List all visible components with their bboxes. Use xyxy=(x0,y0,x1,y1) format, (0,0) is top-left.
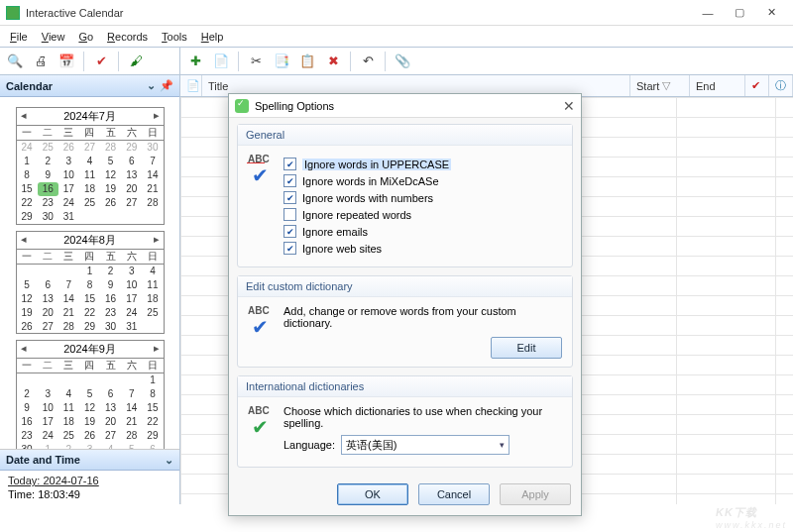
day-cell[interactable]: 24 xyxy=(58,196,79,210)
col-flag[interactable]: 📄 xyxy=(180,75,202,96)
pin-icon[interactable]: 📌 xyxy=(160,79,173,92)
dialog-close-button[interactable]: ✕ xyxy=(563,98,575,114)
new-icon[interactable]: ✚ xyxy=(184,51,206,72)
day-cell[interactable]: 19 xyxy=(100,182,121,196)
day-cell[interactable]: 25 xyxy=(79,196,100,210)
day-cell[interactable]: 4 xyxy=(79,155,100,168)
day-cell[interactable]: 18 xyxy=(58,415,79,429)
day-cell[interactable]: 2 xyxy=(100,264,121,277)
day-cell[interactable]: 24 xyxy=(17,141,38,155)
language-select[interactable]: 英语(美国) ▾ xyxy=(341,435,510,455)
day-cell[interactable]: 21 xyxy=(121,415,142,429)
day-cell[interactable]: 23 xyxy=(38,196,58,210)
day-cell[interactable]: 28 xyxy=(121,429,142,443)
day-cell[interactable]: 1 xyxy=(17,155,38,168)
mini-calendar[interactable]: 2024年7月一二三四五六日24252627282930123456789101… xyxy=(16,107,165,225)
day-cell[interactable]: 16 xyxy=(38,182,58,196)
day-cell[interactable]: 26 xyxy=(58,141,79,155)
day-cell[interactable]: 27 xyxy=(79,141,100,155)
menu-help[interactable]: Help xyxy=(195,29,230,45)
day-cell[interactable]: 21 xyxy=(142,182,163,196)
mini-calendar[interactable]: 2024年9月一二三四五六日12345678910111213141516171… xyxy=(16,340,165,449)
day-cell[interactable] xyxy=(121,373,142,387)
day-cell[interactable]: 20 xyxy=(100,415,121,429)
day-cell[interactable]: 29 xyxy=(17,210,38,224)
day-cell[interactable]: 28 xyxy=(58,319,79,333)
day-cell[interactable]: 27 xyxy=(38,319,58,333)
day-cell[interactable] xyxy=(142,319,163,333)
checkbox[interactable] xyxy=(283,225,296,238)
day-cell[interactable]: 22 xyxy=(79,305,100,319)
day-cell[interactable]: 25 xyxy=(142,305,163,319)
day-cell[interactable]: 15 xyxy=(142,401,163,415)
today-link[interactable]: Today: 2024-07-16 xyxy=(8,475,171,486)
calendar-title[interactable]: 2024年9月 xyxy=(17,341,164,358)
day-cell[interactable]: 9 xyxy=(38,168,58,182)
col-end[interactable]: End xyxy=(690,75,745,96)
day-cell[interactable]: 14 xyxy=(58,291,79,305)
menu-view[interactable]: View xyxy=(36,29,71,45)
day-cell[interactable] xyxy=(58,373,79,387)
attach-icon[interactable]: 📎 xyxy=(392,51,413,72)
check-icon[interactable]: ✔ xyxy=(90,51,112,72)
day-cell[interactable]: 30 xyxy=(38,210,58,224)
day-cell[interactable]: 6 xyxy=(38,277,58,291)
day-cell[interactable]: 19 xyxy=(79,415,100,429)
day-cell[interactable] xyxy=(58,264,79,277)
menu-records[interactable]: Records xyxy=(101,29,154,45)
day-cell[interactable]: 7 xyxy=(58,277,79,291)
maximize-button[interactable]: ▢ xyxy=(724,1,755,25)
day-cell[interactable]: 17 xyxy=(121,291,142,305)
checkbox[interactable] xyxy=(283,242,296,255)
day-cell[interactable] xyxy=(100,373,121,387)
day-cell[interactable]: 13 xyxy=(38,291,58,305)
day-cell[interactable]: 2 xyxy=(17,387,38,401)
day-cell[interactable]: 25 xyxy=(38,141,58,155)
brush-icon[interactable]: 🖌 xyxy=(125,51,147,72)
day-cell[interactable] xyxy=(17,373,38,387)
day-cell[interactable]: 26 xyxy=(17,319,38,333)
day-cell[interactable]: 3 xyxy=(38,387,58,401)
day-cell[interactable]: 18 xyxy=(142,291,163,305)
day-cell[interactable]: 28 xyxy=(142,196,163,210)
day-cell[interactable]: 10 xyxy=(121,277,142,291)
menu-go[interactable]: Go xyxy=(72,29,99,45)
day-cell[interactable]: 22 xyxy=(17,196,38,210)
print-icon[interactable]: 🖨 xyxy=(30,51,52,72)
day-cell[interactable] xyxy=(79,210,100,224)
day-cell[interactable]: 14 xyxy=(142,168,163,182)
day-cell[interactable]: 31 xyxy=(121,319,142,333)
cut-icon[interactable]: ✂ xyxy=(245,51,267,72)
day-cell[interactable]: 21 xyxy=(58,305,79,319)
day-cell[interactable]: 6 xyxy=(121,155,142,168)
day-cell[interactable]: 30 xyxy=(142,141,163,155)
day-cell[interactable]: 28 xyxy=(100,141,121,155)
day-cell[interactable]: 11 xyxy=(58,401,79,415)
menu-file[interactable]: File xyxy=(4,29,34,45)
day-cell[interactable]: 7 xyxy=(142,155,163,168)
day-cell[interactable]: 9 xyxy=(17,401,38,415)
day-cell[interactable]: 22 xyxy=(142,415,163,429)
menu-tools[interactable]: Tools xyxy=(156,29,193,45)
checkbox[interactable] xyxy=(283,208,296,221)
day-cell[interactable]: 15 xyxy=(79,291,100,305)
day-cell[interactable]: 15 xyxy=(17,182,38,196)
day-cell[interactable]: 17 xyxy=(38,415,58,429)
day-cell[interactable]: 30 xyxy=(100,319,121,333)
calendar-title[interactable]: 2024年8月 xyxy=(17,232,164,249)
day-cell[interactable]: 26 xyxy=(100,196,121,210)
day-cell[interactable]: 5 xyxy=(17,277,38,291)
day-cell[interactable] xyxy=(142,210,163,224)
day-cell[interactable] xyxy=(79,373,100,387)
day-cell[interactable]: 2 xyxy=(38,155,58,168)
day-cell[interactable]: 18 xyxy=(79,182,100,196)
calendar-icon[interactable]: 📅 xyxy=(56,51,77,72)
day-cell[interactable]: 3 xyxy=(121,264,142,277)
day-cell[interactable]: 29 xyxy=(79,319,100,333)
checkbox[interactable] xyxy=(283,158,296,170)
day-cell[interactable]: 26 xyxy=(79,429,100,443)
day-cell[interactable]: 24 xyxy=(121,305,142,319)
day-cell[interactable]: 16 xyxy=(17,415,38,429)
day-cell[interactable]: 24 xyxy=(38,429,58,443)
day-cell[interactable]: 12 xyxy=(79,401,100,415)
